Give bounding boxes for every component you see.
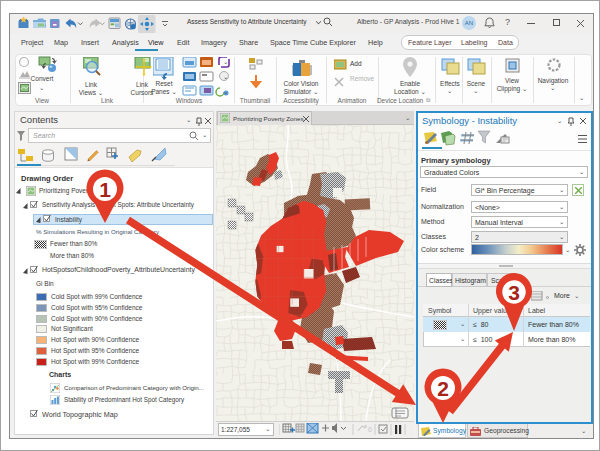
svg-text:3: 3: [508, 281, 520, 304]
svg-text:1: 1: [99, 178, 111, 201]
svg-text:2: 2: [437, 377, 449, 400]
